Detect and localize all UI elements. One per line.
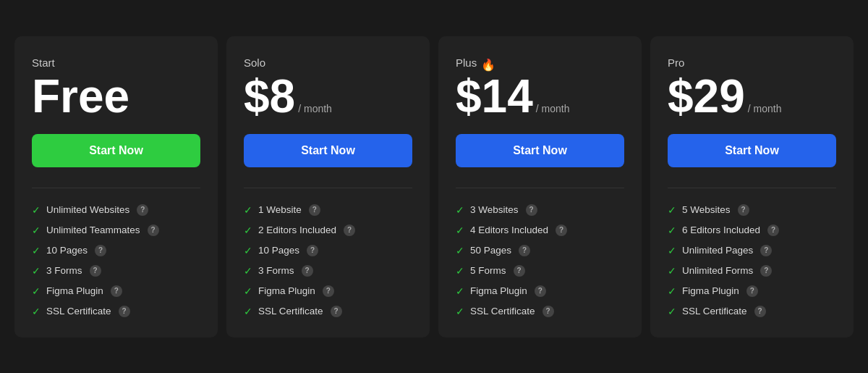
feature-text: 10 Pages <box>46 245 88 256</box>
features-list-plus: ✓3 Websites?✓4 Editors Included?✓50 Page… <box>456 204 624 317</box>
list-item: ✓Unlimited Teammates? <box>32 225 200 236</box>
help-icon[interactable]: ? <box>754 306 766 317</box>
check-icon: ✓ <box>32 245 41 256</box>
plan-price-plus: $14 <box>456 73 533 120</box>
list-item: ✓3 Forms? <box>32 265 200 277</box>
help-icon[interactable]: ? <box>556 225 567 236</box>
plan-card-start: StartFreeStart Now✓Unlimited Websites?✓U… <box>14 36 218 338</box>
check-icon: ✓ <box>32 306 41 317</box>
check-icon: ✓ <box>668 285 676 297</box>
feature-text: 2 Editors Included <box>258 225 336 235</box>
list-item: ✓Unlimited Websites? <box>32 204 200 216</box>
divider-start <box>32 188 200 188</box>
help-icon[interactable]: ? <box>767 225 779 236</box>
check-icon: ✓ <box>244 204 252 216</box>
plan-price-row-plus: $14/ month <box>456 73 624 120</box>
feature-text: 3 Websites <box>470 204 519 215</box>
check-icon: ✓ <box>456 285 464 297</box>
feature-text: 10 Pages <box>258 245 299 256</box>
help-icon[interactable]: ? <box>137 204 148 216</box>
help-icon[interactable]: ? <box>90 265 101 277</box>
list-item: ✓SSL Certificate? <box>32 306 200 317</box>
plan-label-solo: Solo <box>244 56 265 69</box>
plan-price-start: Free <box>32 73 129 120</box>
check-icon: ✓ <box>244 225 252 236</box>
list-item: ✓Figma Plugin? <box>668 285 836 297</box>
list-item: ✓2 Editors Included? <box>244 225 412 236</box>
help-icon[interactable]: ? <box>331 306 342 317</box>
divider-plus <box>456 188 624 188</box>
cta-button-start[interactable]: Start Now <box>32 134 200 167</box>
help-icon[interactable]: ? <box>760 265 772 277</box>
list-item: ✓3 Forms? <box>244 265 412 277</box>
features-list-solo: ✓1 Website?✓2 Editors Included?✓10 Pages… <box>244 204 412 317</box>
list-item: ✓Unlimited Forms? <box>668 265 836 277</box>
list-item: ✓Figma Plugin? <box>456 285 624 297</box>
help-icon[interactable]: ? <box>95 245 106 256</box>
plan-price-row-solo: $8/ month <box>244 73 412 120</box>
check-icon: ✓ <box>456 306 464 317</box>
list-item: ✓SSL Certificate? <box>456 306 624 317</box>
feature-text: SSL Certificate <box>682 306 747 317</box>
check-icon: ✓ <box>668 265 676 277</box>
plan-price-solo: $8 <box>244 73 295 120</box>
divider-solo <box>244 188 412 188</box>
list-item: ✓10 Pages? <box>244 245 412 256</box>
feature-text: Unlimited Teammates <box>46 225 140 235</box>
plan-price-pro: $29 <box>668 73 745 120</box>
plan-price-period-pro: / month <box>748 103 782 114</box>
help-icon[interactable]: ? <box>323 285 334 297</box>
plan-price-row-pro: $29/ month <box>668 73 836 120</box>
help-icon[interactable]: ? <box>302 265 313 277</box>
check-icon: ✓ <box>668 245 676 256</box>
help-icon[interactable]: ? <box>514 265 525 277</box>
help-icon[interactable]: ? <box>119 306 130 317</box>
list-item: ✓10 Pages? <box>32 245 200 256</box>
list-item: ✓1 Website? <box>244 204 412 216</box>
feature-text: 5 Forms <box>470 265 506 276</box>
help-icon[interactable]: ? <box>542 306 554 317</box>
cta-button-plus[interactable]: Start Now <box>456 134 624 167</box>
list-item: ✓SSL Certificate? <box>668 306 836 317</box>
feature-text: 3 Forms <box>46 265 82 276</box>
feature-text: SSL Certificate <box>470 306 535 317</box>
help-icon[interactable]: ? <box>111 285 122 297</box>
feature-text: Figma Plugin <box>470 285 527 296</box>
check-icon: ✓ <box>244 306 252 317</box>
feature-text: 5 Websites <box>682 204 731 215</box>
feature-text: 50 Pages <box>470 245 511 256</box>
check-icon: ✓ <box>244 285 252 297</box>
plan-card-solo: Solo$8/ monthStart Now✓1 Website?✓2 Edit… <box>226 36 430 338</box>
plan-price-period-solo: / month <box>298 103 332 114</box>
feature-text: Figma Plugin <box>682 285 739 296</box>
help-icon[interactable]: ? <box>519 245 530 256</box>
feature-text: SSL Certificate <box>46 306 111 317</box>
list-item: ✓3 Websites? <box>456 204 624 216</box>
help-icon[interactable]: ? <box>746 285 758 297</box>
check-icon: ✓ <box>456 245 464 256</box>
list-item: ✓6 Editors Included? <box>668 225 836 236</box>
cta-button-pro[interactable]: Start Now <box>668 134 836 167</box>
feature-text: 4 Editors Included <box>470 225 548 235</box>
features-list-start: ✓Unlimited Websites?✓Unlimited Teammates… <box>32 204 200 317</box>
check-icon: ✓ <box>668 306 676 317</box>
check-icon: ✓ <box>244 245 252 256</box>
help-icon[interactable]: ? <box>344 225 355 236</box>
plan-label-pro: Pro <box>668 56 684 69</box>
help-icon[interactable]: ? <box>307 245 318 256</box>
help-icon[interactable]: ? <box>535 285 546 297</box>
help-icon[interactable]: ? <box>148 225 159 236</box>
feature-text: Figma Plugin <box>258 285 315 296</box>
check-icon: ✓ <box>244 265 252 277</box>
feature-text: 1 Website <box>258 204 302 215</box>
help-icon[interactable]: ? <box>760 245 772 256</box>
help-icon[interactable]: ? <box>526 204 537 216</box>
plan-label-plus: Plus <box>456 56 477 69</box>
help-icon[interactable]: ? <box>309 204 320 216</box>
cta-button-solo[interactable]: Start Now <box>244 134 412 167</box>
pricing-grid: StartFreeStart Now✓Unlimited Websites?✓U… <box>14 36 854 338</box>
feature-text: Unlimited Pages <box>682 245 753 256</box>
check-icon: ✓ <box>456 204 464 216</box>
plan-label-start: Start <box>32 56 55 69</box>
help-icon[interactable]: ? <box>738 204 749 216</box>
